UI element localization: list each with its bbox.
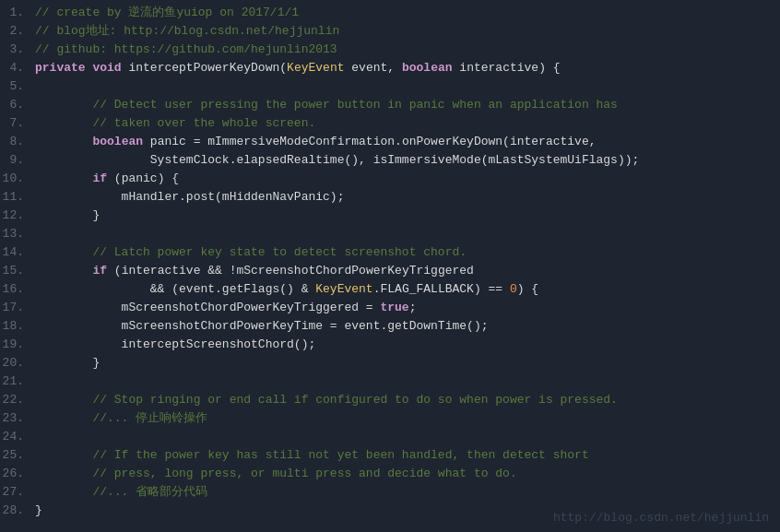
watermark: http://blog.csdn.net/hejjunlin (553, 511, 769, 525)
line-content: } (35, 207, 780, 225)
token: event, (345, 61, 402, 75)
code-line: 7. // taken over the whole screen. (0, 114, 780, 133)
code-line: 25. // If the power key has still not ye… (0, 446, 780, 465)
token: KeyEvent (315, 282, 372, 296)
line-number: 26. (0, 465, 35, 483)
token (35, 171, 92, 185)
token: mScreenshotChordPowerKeyTriggered = (35, 301, 380, 314)
code-editor: 1.// create by 逆流的鱼yuiop on 2017/1/12.//… (0, 0, 780, 532)
line-number: 23. (0, 409, 35, 428)
token: private (35, 61, 92, 75)
token: interceptScreenshotChord(); (35, 337, 315, 351)
token: if (92, 264, 107, 278)
line-number: 8. (0, 133, 35, 151)
line-content: //... 省略部分代码 (35, 483, 780, 502)
line-content: if (interactive && !mScreenshotChordPowe… (35, 262, 780, 280)
line-content: mHandler.post(mHiddenNavPanic); (35, 188, 780, 207)
line-number: 3. (0, 41, 35, 59)
token: mScreenshotChordPowerKeyTime = event.get… (35, 319, 488, 333)
line-content: interceptScreenshotChord(); (35, 336, 780, 354)
token (35, 264, 92, 278)
token: (interactive && !mScreenshotChordPowerKe… (107, 264, 474, 278)
code-line: 8. boolean panic = mImmersiveModeConfirm… (0, 133, 780, 151)
line-content (35, 428, 780, 446)
line-number: 25. (0, 446, 35, 465)
token: interactive) { (453, 61, 561, 75)
line-content (35, 225, 780, 243)
line-number: 1. (0, 4, 35, 22)
line-content: // press, long press, or multi press and… (35, 465, 780, 483)
line-number: 18. (0, 317, 35, 336)
token: // If the power key has still not yet be… (35, 448, 589, 462)
code-line: 11. mHandler.post(mHiddenNavPanic); (0, 188, 780, 207)
token: boolean (92, 135, 143, 148)
line-number: 6. (0, 96, 35, 114)
line-content: // If the power key has still not yet be… (35, 446, 780, 465)
line-content (35, 372, 780, 391)
line-content: // create by 逆流的鱼yuiop on 2017/1/1 (35, 4, 780, 22)
code-line: 17. mScreenshotChordPowerKeyTriggered = … (0, 299, 780, 317)
line-content: if (panic) { (35, 170, 780, 188)
line-number: 21. (0, 372, 35, 391)
token: panic = mImmersiveModeConfirmation.onPow… (143, 135, 596, 148)
token: // create by 逆流的鱼yuiop on 2017/1/1 (35, 6, 299, 19)
line-content: // Detect user pressing the power button… (35, 96, 780, 114)
token: // taken over the whole screen. (35, 116, 315, 130)
token: true (380, 301, 408, 314)
line-number: 9. (0, 151, 35, 170)
code-line: 26. // press, long press, or multi press… (0, 465, 780, 483)
code-line: 16. && (event.getFlags() & KeyEvent.FLAG… (0, 280, 780, 299)
token: // Latch power key state to detect scree… (35, 245, 467, 259)
line-number: 28. (0, 502, 35, 520)
line-number: 16. (0, 280, 35, 299)
token: interceptPowerKeyDown( (128, 61, 287, 75)
token: } (35, 503, 42, 517)
line-number: 14. (0, 243, 35, 262)
line-number: 15. (0, 262, 35, 280)
line-number: 4. (0, 59, 35, 77)
line-number: 27. (0, 483, 35, 502)
line-content: //... 停止响铃操作 (35, 409, 780, 428)
code-line: 22. // Stop ringing or end call if confi… (0, 391, 780, 409)
token: // Detect user pressing the power button… (35, 98, 618, 112)
code-line: 15. if (interactive && !mScreenshotChord… (0, 262, 780, 280)
line-content: // taken over the whole screen. (35, 114, 780, 133)
token: KeyEvent (287, 61, 344, 75)
line-number: 12. (0, 207, 35, 225)
line-content: // blog地址: http://blog.csdn.net/hejjunli… (35, 22, 780, 41)
token: } (35, 356, 100, 370)
token: SystemClock.elapsedRealtime(), isImmersi… (35, 153, 639, 167)
line-content: mScreenshotChordPowerKeyTriggered = true… (35, 299, 780, 317)
code-line: 1.// create by 逆流的鱼yuiop on 2017/1/1 (0, 4, 780, 22)
line-number: 10. (0, 170, 35, 188)
token: ; (409, 301, 417, 314)
line-content: mScreenshotChordPowerKeyTime = event.get… (35, 317, 780, 336)
token: // Stop ringing or end call if configure… (35, 393, 618, 407)
line-content: private void interceptPowerKeyDown(KeyEv… (35, 59, 780, 77)
token: // press, long press, or multi press and… (35, 467, 517, 480)
token (35, 135, 92, 148)
line-number: 11. (0, 188, 35, 207)
line-content: // Latch power key state to detect scree… (35, 243, 780, 262)
code-line: 12. } (0, 207, 780, 225)
line-content: // Stop ringing or end call if configure… (35, 391, 780, 409)
code-line: 9. SystemClock.elapsedRealtime(), isImme… (0, 151, 780, 170)
code-line: 3.// github: https://github.com/hejunlin… (0, 41, 780, 59)
line-number: 13. (0, 225, 35, 243)
code-lines: 1.// create by 逆流的鱼yuiop on 2017/1/12.//… (0, 4, 780, 520)
code-line: 10. if (panic) { (0, 170, 780, 188)
code-line: 5. (0, 77, 780, 96)
token: if (92, 171, 107, 185)
token: } (35, 208, 100, 222)
line-number: 7. (0, 114, 35, 133)
code-line: 27. //... 省略部分代码 (0, 483, 780, 502)
code-line: 21. (0, 372, 780, 391)
token: // github: https://github.com/hejunlin20… (35, 42, 337, 56)
code-line: 14. // Latch power key state to detect s… (0, 243, 780, 262)
line-content: } (35, 354, 780, 372)
token: 0 (510, 282, 517, 296)
line-number: 22. (0, 391, 35, 409)
token: //... 停止响铃操作 (35, 411, 207, 425)
line-number: 5. (0, 77, 35, 96)
code-line: 19. interceptScreenshotChord(); (0, 336, 780, 354)
